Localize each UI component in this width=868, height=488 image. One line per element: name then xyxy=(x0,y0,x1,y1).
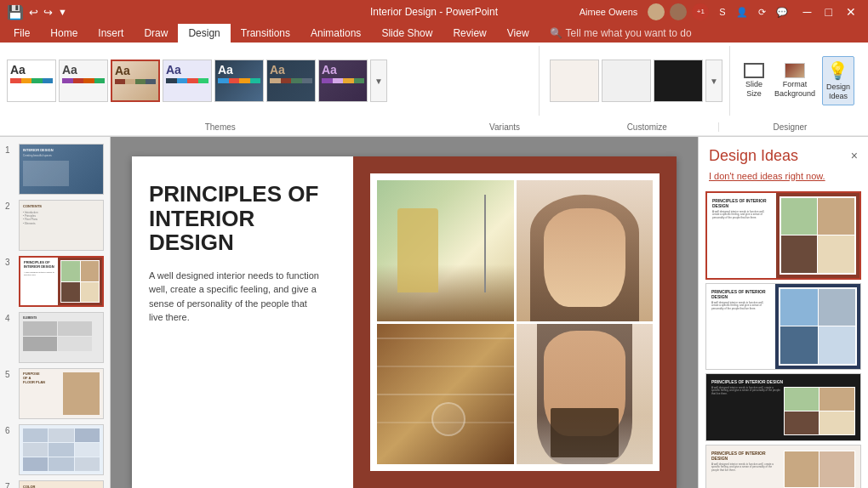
tab-draw[interactable]: Draw xyxy=(134,24,178,43)
variants-group: ▼ xyxy=(543,46,730,116)
themes-group: Aa Aa xyxy=(7,46,540,116)
theme-dropdown[interactable]: ▼ xyxy=(370,60,387,102)
variants-label: Variants xyxy=(434,122,576,132)
design-ideas-title: Design Ideas xyxy=(709,147,798,166)
quick-access-icon[interactable]: ▼ xyxy=(58,7,67,17)
user-avatar2 xyxy=(670,3,687,20)
design-ideas-close-btn[interactable]: × xyxy=(851,149,858,162)
slide-5-image[interactable]: PURPOSEOF AFLOOR PLAN xyxy=(19,368,104,419)
powerpoint-icon: 💾 xyxy=(7,4,24,20)
slide-left-content: PRINCIPLES OFINTERIORDESIGN A well desig… xyxy=(149,182,319,325)
photo-wood xyxy=(377,324,514,465)
design-idea-1-thumb: PRINCIPLES OF INTERIOR DESIGN A well des… xyxy=(707,193,859,278)
themes-label: Themes xyxy=(7,122,434,132)
slide-size-btn[interactable]: SlideSize xyxy=(740,60,768,102)
theme-item-7[interactable]: Aa xyxy=(318,60,368,102)
slide-1-image[interactable]: INTERIOR DESIGN Creating beautiful space… xyxy=(19,144,104,195)
design-idea-4-thumb: PRINCIPLES OF INTERIOR DESIGN A well des… xyxy=(706,445,860,488)
undo-icon[interactable]: ↩ xyxy=(29,6,38,19)
user-avatar3: +1 xyxy=(692,3,709,20)
ribbon-section-labels: Themes Variants Customize Designer xyxy=(0,119,868,136)
window-title: Interior Design - PowerPoint xyxy=(370,6,498,18)
user-name: Aimee Owens xyxy=(580,7,637,17)
account-icon[interactable]: 👤 xyxy=(736,7,748,18)
theme-item-4[interactable]: Aa xyxy=(163,60,212,102)
variant-3[interactable] xyxy=(654,60,703,102)
ribbon-tabs: File Home Insert Draw Design Transitions… xyxy=(0,24,868,43)
comments-icon[interactable]: 💬 xyxy=(776,7,788,18)
photo-chair xyxy=(377,180,514,321)
ribbon-content: Aa Aa xyxy=(0,43,868,119)
title-bar: 💾 ↩ ↪ ▼ Interior Design - PowerPoint Aim… xyxy=(0,0,868,24)
main-area: 1 INTERIOR DESIGN Creating beautiful spa… xyxy=(0,137,868,488)
variant-2[interactable] xyxy=(602,60,651,102)
photo-woman-bottom xyxy=(517,324,654,465)
tab-insert[interactable]: Insert xyxy=(88,24,134,43)
design-idea-3-thumb: PRINCIPLES OF INTERIOR DESIGN A well des… xyxy=(706,374,860,440)
tab-design[interactable]: Design xyxy=(178,24,230,43)
slide-3-image[interactable]: PRINCIPLES OF INTERIOR DESIGN A well des… xyxy=(19,256,104,307)
minimize-btn[interactable]: ─ xyxy=(798,5,817,19)
tab-animations[interactable]: Animations xyxy=(300,24,371,43)
design-idea-2-thumb: PRINCIPLES OF INTERIOR DESIGN A well des… xyxy=(706,284,860,369)
title-bar-left: 💾 ↩ ↪ ▼ xyxy=(7,4,67,20)
theme-item-5[interactable]: Aa xyxy=(214,60,264,102)
history-icon[interactable]: ⟳ xyxy=(758,7,766,18)
slide-panel: 1 INTERIOR DESIGN Creating beautiful spa… xyxy=(0,137,111,488)
tab-home[interactable]: Home xyxy=(40,24,88,43)
format-background-btn[interactable]: FormatBackground xyxy=(771,60,819,102)
customize-group: SlideSize FormatBackground 💡 DesignIdeas xyxy=(734,46,861,116)
customize-label: Customize xyxy=(576,122,719,132)
designer-label: Designer xyxy=(719,122,861,132)
slide-thumb-7[interactable]: 7 COLOR xyxy=(5,480,105,488)
theme-item-3[interactable]: Aa xyxy=(111,60,160,102)
maximize-btn[interactable]: □ xyxy=(820,5,837,19)
slide-2-image[interactable]: CONTENTS • Introduction• Principles• Flo… xyxy=(19,200,104,251)
slide-thumb-3[interactable]: 3 PRINCIPLES OF INTERIOR DESIGN A well d… xyxy=(5,256,105,307)
slide-7-image[interactable]: COLOR xyxy=(19,480,104,488)
theme-item-1[interactable]: Aa xyxy=(7,60,56,102)
slide-body: A well designed interior needs to functi… xyxy=(149,269,319,325)
title-bar-right: Aimee Owens +1 S 👤 ⟳ 💬 ─ □ ✕ xyxy=(580,3,861,20)
tab-transitions[interactable]: Transitions xyxy=(231,24,300,43)
slide-title: PRINCIPLES OFINTERIORDESIGN xyxy=(149,182,319,255)
window-controls: ─ □ ✕ xyxy=(798,5,861,19)
tab-view[interactable]: View xyxy=(497,24,540,43)
design-ideas-panel: Design Ideas × I don't need ideas right … xyxy=(698,137,868,488)
skype-icon[interactable]: S xyxy=(719,7,725,17)
design-ideas-header: Design Ideas × xyxy=(699,137,868,171)
theme-item-2[interactable]: Aa xyxy=(59,60,108,102)
tab-slideshow[interactable]: Slide Show xyxy=(371,24,443,43)
tab-review[interactable]: Review xyxy=(443,24,496,43)
slide-thumb-4[interactable]: 4 ELEMENTS xyxy=(5,312,105,363)
search-box[interactable]: 🔍 Tell me what you want to do xyxy=(540,24,702,43)
redo-icon[interactable]: ↪ xyxy=(43,6,53,19)
canvas-area: PRINCIPLES OFINTERIORDESIGN A well desig… xyxy=(111,137,698,488)
variant-dropdown[interactable]: ▼ xyxy=(705,60,722,102)
design-idea-3[interactable]: PRINCIPLES OF INTERIOR DESIGN A well des… xyxy=(705,373,861,441)
photo-woman-top xyxy=(517,180,654,321)
design-idea-2[interactable]: PRINCIPLES OF INTERIOR DESIGN A well des… xyxy=(705,283,861,370)
design-idea-4[interactable]: PRINCIPLES OF INTERIOR DESIGN A well des… xyxy=(705,445,861,488)
no-ideas-link[interactable]: I don't need ideas right now. xyxy=(699,171,868,188)
tab-file[interactable]: File xyxy=(3,24,40,43)
variant-1[interactable] xyxy=(550,60,599,102)
slide-thumb-5[interactable]: 5 PURPOSEOF AFLOOR PLAN xyxy=(5,368,105,419)
slide-canvas: PRINCIPLES OFINTERIORDESIGN A well desig… xyxy=(132,156,677,488)
slide-thumb-6[interactable]: 6 xyxy=(5,424,105,475)
design-idea-1[interactable]: PRINCIPLES OF INTERIOR DESIGN A well des… xyxy=(705,191,861,280)
design-ideas-btn[interactable]: 💡 DesignIdeas xyxy=(822,56,854,105)
slide-thumb-1[interactable]: 1 INTERIOR DESIGN Creating beautiful spa… xyxy=(5,144,105,195)
close-btn[interactable]: ✕ xyxy=(841,5,861,19)
ribbon: File Home Insert Draw Design Transitions… xyxy=(0,24,868,137)
slide-6-image[interactable] xyxy=(19,424,104,475)
design-ideas-scroll: PRINCIPLES OF INTERIOR DESIGN A well des… xyxy=(699,188,868,488)
slide-thumb-2[interactable]: 2 CONTENTS • Introduction• Principles• F… xyxy=(5,200,105,251)
user-avatar xyxy=(648,3,665,20)
slide-right-content xyxy=(353,156,677,488)
slide-4-image[interactable]: ELEMENTS xyxy=(19,312,104,363)
theme-item-6[interactable]: Aa xyxy=(266,60,316,102)
